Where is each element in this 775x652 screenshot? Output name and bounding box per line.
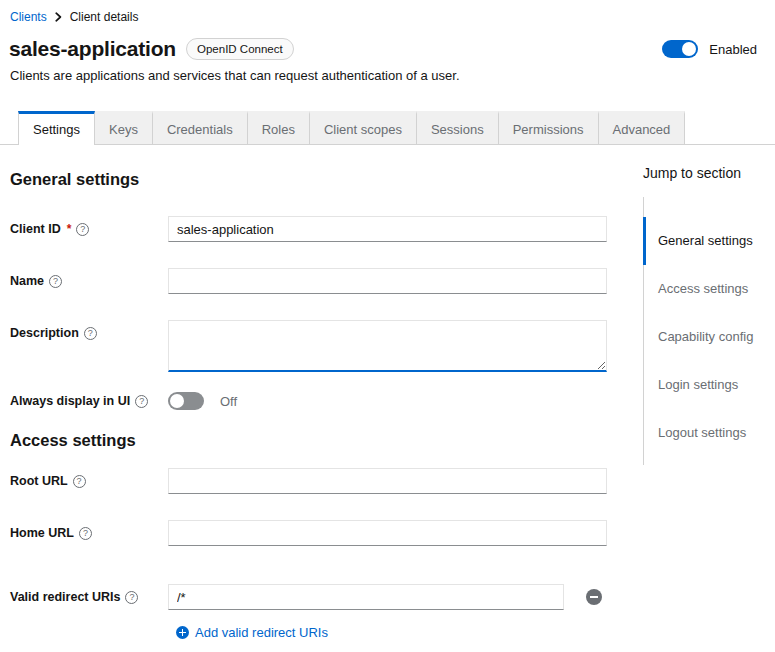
client-id-input[interactable]	[168, 216, 607, 242]
jump-nav-heading: Jump to section	[643, 165, 775, 182]
question-circle-icon[interactable]	[79, 527, 92, 540]
description-textarea[interactable]	[168, 320, 607, 372]
name-input[interactable]	[168, 268, 607, 294]
add-redirect-uri-row: Add valid redirect URIs	[168, 625, 607, 640]
jump-nav: Jump to section General settings Access …	[643, 145, 775, 640]
name-row: Name	[10, 268, 607, 294]
home-url-row: Home URL	[10, 520, 607, 546]
tab-credentials[interactable]: Credentials	[153, 111, 248, 144]
angle-right-icon	[55, 12, 62, 22]
toggle-knob	[170, 394, 184, 408]
jump-link-general-settings[interactable]: General settings	[643, 217, 775, 265]
page-title: sales-application	[9, 37, 176, 61]
tab-permissions[interactable]: Permissions	[499, 111, 599, 144]
always-display-state-label: Off	[220, 394, 237, 409]
root-url-input[interactable]	[168, 468, 607, 494]
name-label: Name	[10, 274, 168, 288]
valid-redirect-uris-row: Valid redirect URIs	[10, 584, 607, 610]
root-url-label: Root URL	[10, 474, 168, 488]
plus-circle-icon	[176, 626, 189, 639]
question-circle-icon[interactable]	[49, 275, 62, 288]
enabled-toggle[interactable]	[662, 40, 698, 58]
jump-link-capability-config[interactable]: Capability config	[643, 313, 775, 361]
minus-circle-icon[interactable]	[586, 589, 602, 605]
page: Clients Client details sales-application…	[0, 0, 775, 640]
home-url-input[interactable]	[168, 520, 607, 546]
page-header: sales-application OpenID Connect Enabled	[0, 24, 775, 61]
home-url-label: Home URL	[10, 526, 168, 540]
jump-link-login-settings[interactable]: Login settings	[643, 361, 775, 409]
tab-bar: Settings Keys Credentials Roles Client s…	[0, 111, 775, 145]
always-display-toggle[interactable]	[168, 392, 204, 410]
tab-sessions[interactable]: Sessions	[417, 111, 499, 144]
tab-client-scopes[interactable]: Client scopes	[310, 111, 417, 144]
description-label-text: Description	[10, 326, 79, 340]
home-url-label-text: Home URL	[10, 526, 74, 540]
tab-keys[interactable]: Keys	[95, 111, 153, 144]
settings-form: General settings Client ID * Name Des	[0, 145, 643, 640]
question-circle-icon[interactable]	[76, 223, 89, 236]
always-display-label-text: Always display in UI	[10, 394, 130, 408]
question-circle-icon[interactable]	[73, 475, 86, 488]
root-url-row: Root URL	[10, 468, 607, 494]
jump-link-access-settings[interactable]: Access settings	[643, 265, 775, 313]
required-asterisk: *	[67, 222, 72, 236]
name-label-text: Name	[10, 274, 44, 288]
client-id-label-text: Client ID	[10, 222, 61, 236]
section-heading-general: General settings	[10, 169, 607, 189]
enabled-toggle-label: Enabled	[709, 42, 757, 57]
client-protocol-badge: OpenID Connect	[186, 38, 294, 60]
page-description: Clients are applications and services th…	[0, 61, 775, 83]
description-row: Description	[10, 320, 607, 372]
tab-advanced[interactable]: Advanced	[599, 111, 686, 144]
section-heading-access: Access settings	[10, 430, 607, 450]
question-circle-icon[interactable]	[135, 395, 148, 408]
jump-nav-list: General settings Access settings Capabil…	[643, 197, 775, 465]
breadcrumb-link-clients[interactable]: Clients	[10, 10, 47, 24]
valid-redirect-uris-label: Valid redirect URIs	[10, 590, 168, 604]
breadcrumb-current: Client details	[70, 10, 139, 24]
add-redirect-uri-link[interactable]: Add valid redirect URIs	[195, 625, 328, 640]
question-circle-icon[interactable]	[84, 327, 97, 340]
valid-redirect-uri-input[interactable]	[168, 584, 564, 610]
always-display-label: Always display in UI	[10, 394, 168, 408]
question-circle-icon[interactable]	[125, 591, 138, 604]
tab-settings[interactable]: Settings	[18, 111, 95, 145]
description-label: Description	[10, 320, 168, 340]
tab-roles[interactable]: Roles	[248, 111, 310, 144]
toggle-knob	[682, 42, 696, 56]
client-id-label: Client ID *	[10, 222, 168, 236]
valid-redirect-uris-label-text: Valid redirect URIs	[10, 590, 120, 604]
jump-link-logout-settings[interactable]: Logout settings	[643, 409, 775, 457]
always-display-row: Always display in UI Off	[10, 392, 607, 410]
root-url-label-text: Root URL	[10, 474, 68, 488]
client-id-row: Client ID *	[10, 216, 607, 242]
breadcrumb: Clients Client details	[0, 0, 775, 24]
